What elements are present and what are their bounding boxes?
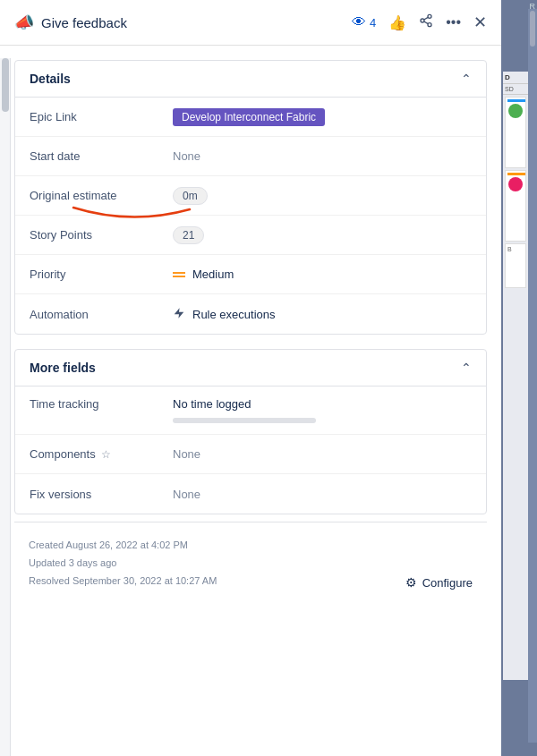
priority-row: Priority Medium (15, 255, 486, 294)
like-button[interactable]: 👍 (388, 14, 406, 31)
epic-link-badge[interactable]: Develop Interconnect Fabric (173, 108, 325, 126)
story-points-label: Story Points (30, 228, 173, 242)
footer-meta: Created August 26, 2022 at 4:02 PM Updat… (29, 537, 217, 590)
fix-versions-value[interactable]: None (173, 488, 200, 501)
scroll-thumb[interactable] (2, 58, 9, 112)
original-estimate-row: Original estimate 0m (15, 176, 486, 216)
epic-link-value[interactable]: Develop Interconnect Fabric (173, 108, 325, 126)
gear-icon: ⚙ (405, 575, 417, 590)
right-card-3: B (505, 243, 526, 288)
watch-count[interactable]: 👁 4 (352, 14, 376, 30)
start-date-label: Start date (30, 149, 173, 163)
details-section: Details ⌃ Epic Link Develop Interconnect… (14, 60, 487, 335)
automation-value[interactable]: Rule executions (173, 305, 276, 324)
card-1-bar (507, 99, 525, 102)
fix-versions-label: Fix versions (30, 488, 173, 501)
eye-icon: 👁 (352, 14, 366, 30)
resolved-date: Resolved September 30, 2022 at 10:27 AM (29, 573, 217, 590)
automation-label: Automation (30, 308, 173, 321)
created-date: Created August 26, 2022 at 4:02 PM (29, 537, 217, 555)
header-left: 📣 Give feedback (14, 13, 341, 32)
card-2-avatar (508, 177, 523, 191)
details-chevron-icon[interactable]: ⌃ (461, 72, 472, 86)
svg-point-2 (428, 23, 431, 27)
share-button[interactable] (419, 13, 433, 31)
more-options-button[interactable]: ••• (446, 14, 461, 30)
priority-lines-icon (173, 272, 185, 277)
svg-point-1 (421, 19, 424, 22)
more-fields-chevron-icon[interactable]: ⌃ (461, 361, 472, 375)
time-tracking-label: Time tracking (30, 397, 173, 411)
more-fields-section-header: More fields ⌃ (15, 350, 486, 386)
lightning-icon (173, 305, 185, 324)
main-panel: 📣 Give feedback 👁 4 👍 ••• ✕ (0, 0, 501, 756)
right-panel-d-label: D (503, 72, 528, 84)
start-date-row: Start date None (15, 137, 486, 176)
right-scroll-thumb (530, 11, 535, 47)
priority-label: Priority (30, 268, 173, 281)
right-card-2 (505, 170, 526, 242)
components-star-icon: ☆ (101, 448, 111, 461)
epic-link-row: Epic Link Develop Interconnect Fabric (15, 98, 486, 137)
more-fields-section: More fields ⌃ Time tracking No time logg… (14, 349, 487, 514)
components-row: Components ☆ None (15, 435, 486, 474)
svg-marker-5 (175, 308, 184, 319)
automation-text: Rule executions (192, 308, 276, 321)
story-points-row: Story Points 21 (15, 216, 486, 255)
card-1-avatar (508, 104, 523, 118)
card-2-bar (507, 173, 525, 175)
priority-value[interactable]: Medium (173, 268, 234, 281)
megaphone-icon: 📣 (14, 13, 34, 32)
epic-link-label: Epic Link (30, 110, 173, 123)
content-area: Details ⌃ Epic Link Develop Interconnect… (0, 46, 501, 756)
original-estimate-pill: 0m (173, 187, 208, 205)
start-date-value[interactable]: None (173, 149, 200, 163)
more-fields-title: More fields (30, 361, 96, 375)
fix-versions-row: Fix versions None (15, 474, 486, 514)
time-tracking-value[interactable]: No time logged (173, 397, 251, 411)
time-tracking-row: Time tracking No time logged (15, 386, 486, 435)
components-label: Components ☆ (30, 447, 173, 461)
right-background: R D SD B (503, 0, 537, 756)
scroll-track (0, 58, 11, 756)
updated-date: Updated 3 days ago (29, 555, 217, 573)
footer: Created August 26, 2022 at 4:02 PM Updat… (14, 522, 487, 600)
details-title: Details (30, 72, 71, 86)
header-actions: 👁 4 👍 ••• ✕ (352, 13, 487, 32)
priority-text: Medium (192, 268, 234, 281)
right-panel-sd: SD (503, 84, 528, 95)
configure-label: Configure (422, 576, 473, 590)
right-panel-content: D SD B (503, 72, 528, 680)
right-scrollbar (528, 9, 537, 743)
story-points-pill: 21 (173, 226, 204, 244)
watch-number: 4 (370, 16, 376, 30)
give-feedback-title: Give feedback (41, 15, 127, 30)
components-value[interactable]: None (173, 447, 200, 461)
automation-row: Automation Rule executions (15, 294, 486, 334)
details-section-header: Details ⌃ (15, 61, 486, 98)
original-estimate-label: Original estimate (30, 189, 173, 202)
original-estimate-value[interactable]: 0m (173, 187, 208, 205)
footer-content: Created August 26, 2022 at 4:02 PM Updat… (29, 537, 473, 590)
header: 📣 Give feedback 👁 4 👍 ••• ✕ (0, 0, 501, 46)
close-button[interactable]: ✕ (473, 13, 487, 32)
time-tracking-bar (173, 418, 316, 423)
svg-line-4 (424, 17, 429, 20)
card-3-text: B (507, 246, 524, 252)
svg-point-0 (428, 14, 431, 18)
svg-line-3 (424, 21, 429, 24)
right-card-1 (505, 97, 526, 168)
configure-button[interactable]: ⚙ Configure (405, 575, 473, 590)
story-points-value[interactable]: 21 (173, 226, 204, 244)
